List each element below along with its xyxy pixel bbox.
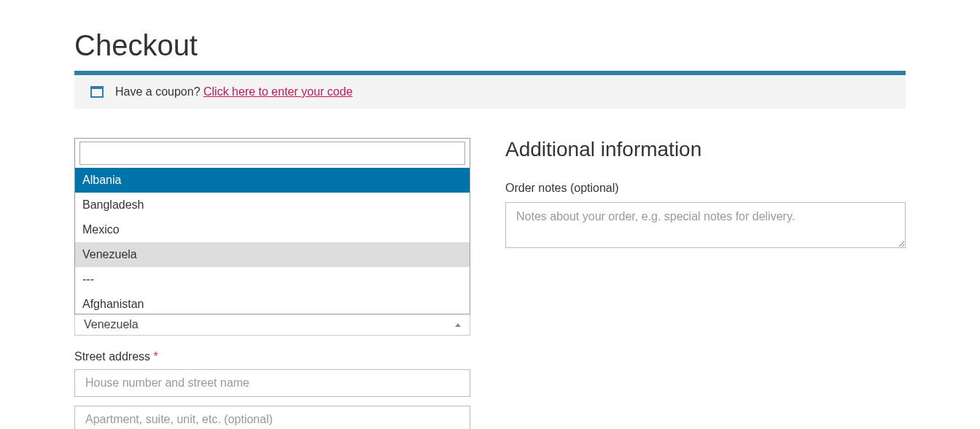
- required-mark: *: [154, 350, 158, 363]
- country-option[interactable]: Bangladesh: [75, 193, 470, 217]
- country-selected-display[interactable]: Venezuela: [74, 314, 470, 336]
- calendar-icon: [90, 86, 104, 98]
- order-notes-label: Order notes (optional): [505, 182, 906, 195]
- country-option[interactable]: Albania: [75, 168, 470, 193]
- country-selected-value: Venezuela: [84, 318, 139, 331]
- coupon-notice: Have a coupon? Click here to enter your …: [74, 73, 906, 109]
- street-address-2-input[interactable]: [74, 406, 470, 429]
- coupon-link[interactable]: Click here to enter your code: [203, 85, 353, 98]
- country-option[interactable]: Afghanistan: [75, 292, 470, 314]
- country-option[interactable]: Mexico: [75, 217, 470, 242]
- street-address-input[interactable]: [74, 369, 470, 397]
- country-option-list[interactable]: AlbaniaBangladeshMexicoVenezuela---Afgha…: [75, 168, 470, 314]
- street-label-text: Street address: [74, 350, 150, 363]
- country-search-input[interactable]: [79, 142, 465, 165]
- street-address-label: Street address *: [74, 350, 470, 363]
- coupon-prompt: Have a coupon?: [115, 85, 201, 98]
- billing-column: AlbaniaBangladeshMexicoVenezuela---Afgha…: [74, 138, 470, 429]
- country-option[interactable]: Venezuela: [75, 242, 470, 267]
- country-dropdown[interactable]: AlbaniaBangladeshMexicoVenezuela---Afgha…: [74, 138, 470, 314]
- coupon-text-wrapper: Have a coupon? Click here to enter your …: [115, 85, 353, 98]
- order-notes-textarea[interactable]: [505, 202, 906, 248]
- chevron-up-icon: [455, 323, 461, 327]
- country-option[interactable]: ---: [75, 267, 470, 292]
- street-address-group: Street address *: [74, 350, 470, 429]
- additional-column: Additional information Order notes (opti…: [505, 138, 906, 429]
- page-title: Checkout: [74, 29, 906, 62]
- additional-info-title: Additional information: [505, 138, 906, 161]
